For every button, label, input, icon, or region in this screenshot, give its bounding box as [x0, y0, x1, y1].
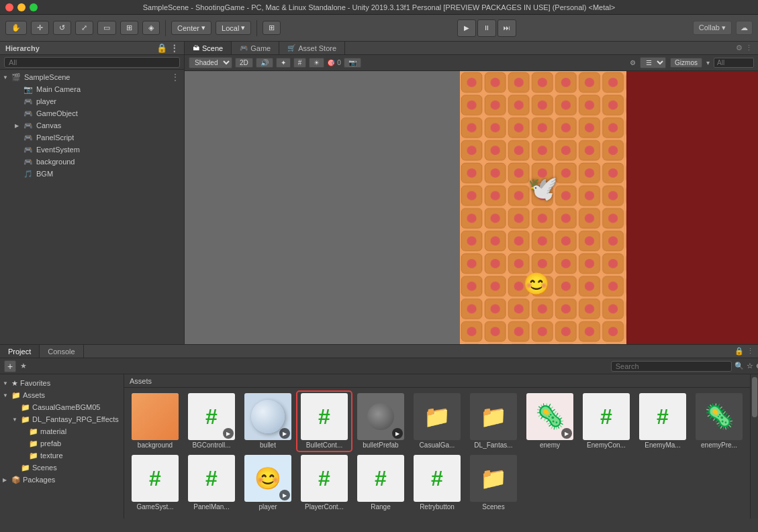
transform-tool-button[interactable]: ⊞: [120, 21, 138, 35]
search-in-scene-input[interactable]: [714, 58, 754, 68]
step-button[interactable]: ⏭: [498, 19, 516, 37]
settings-icon[interactable]: ⚙: [736, 44, 743, 52]
cloud-button[interactable]: ☁: [736, 21, 753, 35]
search-icon-bottom[interactable]: 🔍: [735, 362, 744, 370]
project-tab[interactable]: Project: [0, 345, 40, 358]
add-button[interactable]: +: [4, 360, 16, 372]
pivot-button[interactable]: Center ▾: [171, 21, 211, 35]
asset-enemyma[interactable]: # EnemyMa...: [636, 392, 690, 451]
asset-search-input[interactable]: [611, 361, 732, 372]
close-button[interactable]: [5, 3, 13, 11]
project-packages[interactable]: ▶ 📦 Packages: [0, 474, 124, 486]
light-toggle-button[interactable]: ☀: [309, 58, 324, 68]
scene-view: 🕊️ 😊: [185, 71, 758, 344]
scroll-thumb[interactable]: [752, 377, 757, 417]
asset-enemycon[interactable]: # EnemyCon...: [579, 392, 633, 451]
cam-toggle-button[interactable]: 📷: [344, 58, 361, 68]
packages-folder-icon: 📦: [11, 476, 21, 484]
project-assets-root[interactable]: ▼ 📁 Assets: [0, 389, 124, 401]
lock-icon-bottom[interactable]: 🔒: [735, 347, 744, 356]
grid-toggle-button[interactable]: #: [293, 58, 307, 68]
hierarchy-item-samplescene[interactable]: ▼ 🎬 SampleScene ⋮: [0, 71, 184, 83]
asset-dlfantasy[interactable]: 📁 DL_Fantas...: [467, 392, 520, 451]
asset-gamesyst[interactable]: # GameSyst...: [128, 454, 182, 513]
hierarchy-item-panelscript[interactable]: 🎮 PanelScript: [0, 131, 184, 144]
asset-bullet[interactable]: ▶ bullet: [241, 392, 295, 451]
arrow-canvas: ▶: [15, 123, 21, 129]
asset-background[interactable]: background: [128, 392, 182, 451]
asset-enemypre[interactable]: 🦠 enemyPre...: [692, 392, 746, 451]
fullscreen-button[interactable]: [30, 3, 38, 11]
asset-label-panelman: PanelMan...: [193, 503, 229, 511]
audio-toggle-button[interactable]: 🔊: [256, 58, 273, 68]
asset-player[interactable]: 😊 ▶ player: [241, 454, 295, 513]
scrollbar-right[interactable]: [750, 374, 758, 519]
more-icon-bottom[interactable]: ⋮: [747, 347, 754, 356]
asset-range[interactable]: # Range: [354, 454, 408, 513]
scene-toolbar: Shaded 2D 🔊 ✦ # ☀ 🎯 0 📷 ⚙ ☰ Gizmos ▾: [185, 55, 758, 71]
rotate-tool-button[interactable]: ↺: [53, 21, 71, 35]
shading-mode-select[interactable]: Shaded: [189, 57, 232, 68]
asset-bulletcontroller[interactable]: # BulletCont...: [297, 392, 351, 451]
lock-icon[interactable]: 🔒: [156, 43, 167, 53]
scale-tool-button[interactable]: ⤢: [75, 21, 93, 35]
filter-icon[interactable]: ☆: [747, 362, 753, 370]
console-tab[interactable]: Console: [40, 345, 83, 358]
project-scenes[interactable]: 📁 Scenes: [0, 462, 124, 474]
more-icon[interactable]: ⋮: [170, 43, 179, 53]
asset-casualga[interactable]: 📁 CasualGa...: [410, 392, 464, 451]
bulletprefab-play-icon: ▶: [392, 428, 403, 439]
grid-svg: [460, 71, 626, 344]
asset-enemy[interactable]: 🦠 ▶ enemy: [523, 392, 577, 451]
hierarchy-item-eventsystem[interactable]: 🎮 EventSystem: [0, 144, 184, 156]
hierarchy-item-canvas[interactable]: ▶ 🎮 Canvas: [0, 119, 184, 131]
bulletcontroller-hash-icon: #: [318, 405, 330, 429]
local-button[interactable]: Local ▾: [216, 21, 251, 35]
layers-select[interactable]: ☰: [640, 57, 666, 68]
fx-toggle-button[interactable]: ✦: [276, 58, 291, 68]
asset-bgcontroller[interactable]: ▶ # BGControll...: [185, 392, 238, 451]
hierarchy-search-input[interactable]: [4, 57, 180, 68]
asset-label-bgcontroller: BGControll...: [192, 441, 230, 449]
settings-icon-2[interactable]: ⚙: [630, 59, 636, 66]
project-material[interactable]: 📁 material: [0, 425, 124, 437]
rect-tool-button[interactable]: ▭: [97, 21, 116, 35]
pause-button[interactable]: ⏸: [477, 19, 496, 37]
game-tab[interactable]: 🎮 Game: [232, 42, 279, 54]
hierarchy-item-background[interactable]: 🎮 background: [0, 156, 184, 168]
project-prefab[interactable]: 📁 prefab: [0, 437, 124, 449]
more-icon[interactable]: ⋮: [745, 44, 753, 52]
asset-retrybutton[interactable]: # Retrybutton: [410, 454, 464, 513]
asset-label-gamesyst: GameSyst...: [136, 503, 173, 511]
project-casualgamebgm[interactable]: 📁 CasualGameBGM05: [0, 401, 124, 413]
2d-toggle-button[interactable]: 2D: [235, 58, 253, 68]
samplescene-menu[interactable]: ⋮: [171, 72, 184, 83]
hierarchy-label-bgm: BGM: [36, 170, 53, 178]
center-panel: 🏔 Scene 🎮 Game 🛒 Asset Store ⚙ ⋮: [185, 42, 758, 344]
move-tool-button[interactable]: ✛: [31, 21, 49, 35]
bgcontroller-hash-icon: #: [205, 405, 218, 429]
hierarchy-item-maincamera[interactable]: 📷 Main Camera: [0, 83, 184, 95]
asset-store-tab[interactable]: 🛒 Asset Store: [279, 42, 345, 54]
scene-tab[interactable]: 🏔 Scene: [185, 42, 232, 54]
play-button[interactable]: ▶: [457, 19, 476, 37]
asset-playercont[interactable]: # PlayerCont...: [297, 454, 351, 513]
collab-button[interactable]: Collab ▾: [693, 21, 732, 35]
project-dlfantasy[interactable]: ▼ 📁 DL_Fantasy_RPG_Effects: [0, 413, 124, 425]
gizmos-button[interactable]: Gizmos: [670, 58, 702, 68]
hand-tool-button[interactable]: ✋: [5, 21, 27, 35]
asset-scenes-folder[interactable]: 📁 Scenes: [467, 454, 520, 513]
custom-tool-button[interactable]: ◈: [142, 21, 160, 35]
asset-panelman[interactable]: # PanelMan...: [185, 454, 238, 513]
game-area[interactable]: 🕊️ 😊: [460, 71, 626, 344]
hierarchy-item-gameobject[interactable]: 🎮 GameObject: [0, 107, 184, 119]
snap-button[interactable]: ⊞: [263, 21, 281, 35]
project-texture[interactable]: 📁 texture: [0, 449, 124, 462]
traffic-lights: [5, 3, 38, 11]
project-favorites[interactable]: ▼ ★ Favorites: [0, 377, 124, 389]
minimize-button[interactable]: [17, 3, 26, 11]
hierarchy-item-player[interactable]: 🎮 player: [0, 95, 184, 107]
asset-bulletprefab[interactable]: ▶ bulletPrefab: [354, 392, 408, 451]
hierarchy-label-canvas: Canvas: [36, 121, 61, 129]
hierarchy-item-bgm[interactable]: 🎵 BGM: [0, 168, 184, 180]
